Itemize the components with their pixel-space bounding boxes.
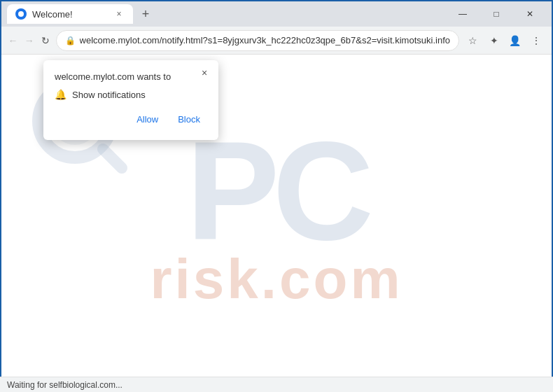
back-button[interactable]: ← (7, 31, 19, 50)
menu-button[interactable]: ⋮ (526, 31, 546, 50)
bell-icon: 🔔 (55, 89, 66, 100)
address-actions: ☆ ✦ 👤 ⋮ (463, 31, 546, 50)
profile-button[interactable]: 👤 (505, 31, 525, 50)
lock-icon: 🔒 (65, 36, 76, 46)
allow-button[interactable]: Allow (130, 110, 165, 129)
status-text: Waiting for selfbiological.com... (7, 380, 122, 390)
forward-button[interactable]: → (23, 31, 35, 50)
maximize-button[interactable]: □ (480, 4, 512, 24)
url-bar[interactable]: 🔒 welcome.mylot.com/notify.html?s1=8yjgx… (56, 30, 459, 51)
extension-button[interactable]: ✦ (484, 31, 504, 50)
page-content: PC risk.com × welcome.mylot.com wants to… (1, 55, 552, 378)
minimize-button[interactable]: — (447, 4, 479, 24)
popup-close-button[interactable]: × (197, 66, 211, 80)
close-window-button[interactable]: ✕ (514, 4, 546, 24)
bookmark-button[interactable]: ☆ (463, 31, 483, 50)
tab-favicon-icon (15, 8, 27, 20)
window-controls: — □ ✕ (447, 4, 546, 24)
title-bar: Welcome! × + — □ ✕ (1, 1, 552, 27)
refresh-button[interactable]: ↻ (39, 31, 51, 50)
new-tab-button[interactable]: + (136, 4, 155, 24)
popup-title: welcome.mylot.com wants to (55, 71, 207, 82)
status-bar: Waiting for selfbiological.com... (0, 377, 553, 392)
popup-actions: Allow Block (55, 110, 207, 129)
block-button[interactable]: Block (171, 110, 207, 129)
watermark-risk-text: risk.com (150, 247, 402, 312)
popup-notification-item: 🔔 Show notifications (55, 89, 207, 100)
popup-item-label: Show notifications (72, 90, 146, 100)
close-tab-button[interactable]: × (113, 8, 125, 20)
browser-tab[interactable]: Welcome! × (7, 4, 133, 24)
watermark-pc-text: PC (186, 121, 367, 261)
svg-line-3 (103, 149, 122, 168)
url-text: welcome.mylot.com/notify.html?s1=8yjgxur… (80, 35, 450, 46)
address-bar: ← → ↻ 🔒 welcome.mylot.com/notify.html?s1… (1, 27, 552, 55)
notification-popup: × welcome.mylot.com wants to 🔔 Show noti… (43, 60, 218, 140)
tab-title: Welcome! (32, 9, 73, 20)
